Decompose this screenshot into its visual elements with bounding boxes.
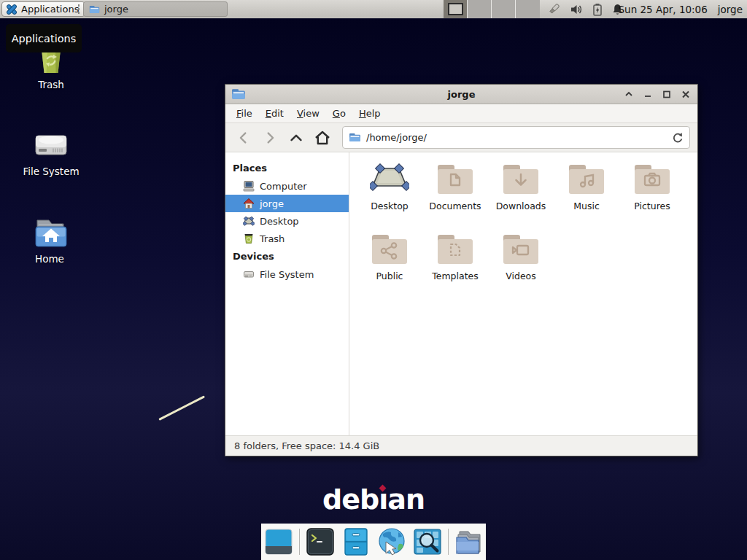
trash-icon [243, 233, 255, 244]
file-grid: Desktop Documents [349, 152, 697, 435]
terminal-icon [306, 527, 335, 556]
panel-separator-handle [77, 4, 80, 15]
desktop-icon-home[interactable]: Home [9, 214, 90, 265]
applications-tooltip: Applications [6, 24, 82, 52]
desktop-folder-icon [370, 163, 409, 196]
battery-icon[interactable] [592, 3, 603, 16]
directories-menu-launcher[interactable] [454, 526, 484, 557]
path-folder-icon [349, 133, 361, 142]
workspace-window-thumb [448, 3, 463, 15]
menu-go[interactable]: Go [326, 105, 352, 122]
menu-view[interactable]: View [290, 105, 326, 122]
window-titlebar[interactable]: jorge [225, 85, 697, 104]
app-finder-icon [413, 527, 442, 556]
debian-logo-text-post: an [387, 483, 425, 516]
session-username[interactable]: jorge [718, 4, 743, 15]
workspace-4[interactable] [516, 0, 540, 18]
sidebar-item-label: File System [260, 269, 314, 280]
file-item-label: Music [573, 201, 600, 211]
applications-menu-label: Applications [21, 4, 79, 15]
forward-button[interactable] [259, 127, 281, 149]
system-tray [547, 0, 624, 18]
sidebar-item-label: Trash [260, 233, 285, 244]
sidebar-devices-header: Devices [225, 247, 349, 265]
reload-icon[interactable] [672, 132, 684, 144]
menu-file[interactable]: File [230, 105, 259, 122]
file-manager-window: jorge File Edit View Go Help [225, 84, 698, 456]
file-item-label: Documents [429, 201, 481, 211]
tooltip-text: Applications [12, 33, 77, 44]
minimize-button[interactable] [642, 88, 654, 100]
workspace-1[interactable] [444, 0, 468, 18]
file-item-label: Pictures [634, 201, 670, 211]
desktop-icon-file-system[interactable]: File System [11, 127, 91, 177]
clock[interactable]: Sun 25 Apr, 10:06 [619, 4, 708, 15]
home-icon [243, 198, 255, 209]
sidebar-item-desktop[interactable]: Desktop [225, 212, 349, 230]
debian-logo: debıan [0, 483, 747, 516]
public-folder-icon [370, 233, 409, 266]
workspace-3[interactable] [492, 0, 516, 18]
xfce-logo-icon [6, 4, 18, 15]
file-item-pictures[interactable]: Pictures [619, 163, 685, 232]
debian-logo-text-pre: deb [322, 483, 379, 516]
desktop-icon [243, 215, 255, 227]
dock-separator [299, 529, 300, 555]
shade-button[interactable] [623, 88, 635, 100]
file-manager-launcher[interactable] [341, 526, 371, 557]
maximize-button[interactable] [661, 88, 673, 100]
file-item-label: Public [376, 271, 403, 281]
web-browser-launcher[interactable] [376, 526, 407, 557]
path-text[interactable]: /home/jorge/ [366, 132, 427, 143]
panel-clock-area: Sun 25 Apr, 10:06 jorge [619, 0, 743, 18]
workspace-switcher [444, 0, 540, 18]
file-item-label: Templates [432, 271, 479, 281]
file-item-music[interactable]: Music [554, 163, 619, 232]
file-item-downloads[interactable]: Downloads [488, 163, 554, 232]
menu-edit[interactable]: Edit [259, 105, 290, 122]
sidebar-item-label: jorge [260, 198, 284, 209]
sidebar-item-computer[interactable]: Computer [225, 177, 349, 195]
pen-icon[interactable] [547, 2, 561, 16]
file-item-documents[interactable]: Documents [422, 163, 488, 232]
taskbar-button-label: jorge [104, 4, 128, 15]
menubar: File Edit View Go Help [225, 104, 697, 123]
applications-menu-button[interactable]: Applications [1, 1, 85, 17]
terminal-launcher[interactable] [305, 526, 336, 557]
taskbar-button-jorge[interactable]: jorge [83, 1, 228, 17]
hard-drive-icon [243, 268, 255, 280]
file-item-desktop[interactable]: Desktop [357, 163, 422, 232]
menu-help[interactable]: Help [352, 105, 387, 122]
workspace-2[interactable] [468, 0, 492, 18]
home-button[interactable] [311, 127, 333, 149]
sidebar-item-label: Desktop [260, 216, 299, 227]
back-button[interactable] [233, 127, 255, 149]
folder-icon [89, 5, 100, 14]
desktop-icon-label: Trash [38, 79, 64, 90]
file-item-label: Downloads [496, 201, 546, 211]
up-button[interactable] [285, 127, 307, 149]
music-folder-icon [567, 163, 606, 196]
statusbar: 8 folders, Free space: 14.4 GiB [225, 435, 697, 456]
hard-drive-icon [31, 127, 71, 163]
sidebar-item-trash[interactable]: Trash [225, 230, 349, 247]
bottom-dock [261, 524, 486, 560]
sidebar-item-file-system[interactable]: File System [225, 265, 349, 283]
sidebar-item-jorge[interactable]: jorge [225, 195, 349, 212]
path-bar[interactable]: /home/jorge/ [342, 126, 690, 149]
close-button[interactable] [680, 88, 692, 100]
dock-separator [448, 529, 449, 555]
documents-folder-icon [436, 163, 475, 196]
volume-icon[interactable] [570, 3, 584, 16]
desktop-root: { "panel": { "applications_label": "Appl… [0, 0, 747, 560]
directories-icon [454, 527, 484, 556]
sidebar-places-header: Places [225, 159, 349, 177]
file-item-public[interactable]: Public [357, 233, 422, 302]
computer-icon [243, 180, 255, 192]
app-finder-launcher[interactable] [412, 526, 443, 557]
show-desktop-button[interactable] [263, 526, 294, 557]
sidebar: Places Computer [225, 152, 349, 435]
file-item-videos[interactable]: Videos [488, 233, 554, 302]
file-item-templates[interactable]: Templates [422, 233, 488, 302]
stray-line-artifact [158, 395, 205, 420]
